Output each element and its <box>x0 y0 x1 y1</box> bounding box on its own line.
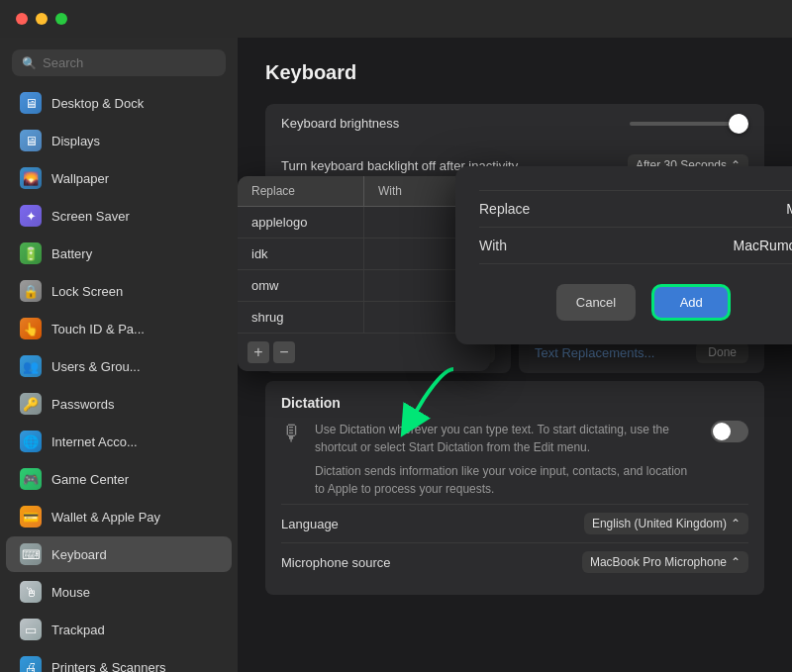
search-input[interactable] <box>43 55 216 70</box>
dictation-description: Use Dictation wherever you can type text… <box>315 421 699 456</box>
tr-replace-1: idk <box>238 239 363 269</box>
internet-icon: 🌐 <box>20 431 42 452</box>
sidebar-label-lock-screen: Lock Screen <box>51 284 123 299</box>
add-replacement-dialog: Replace MR With Cancel Add <box>455 166 792 344</box>
keyboard-brightness-row: Keyboard brightness <box>265 104 764 143</box>
tr-row-1[interactable]: idk <box>238 239 490 270</box>
tr-col-replace: Replace <box>238 176 363 206</box>
mic-icon: 🎙 <box>281 421 303 446</box>
sidebar-label-desktop-dock: Desktop & Dock <box>51 96 144 111</box>
printers-icon: 🖨 <box>20 656 42 672</box>
tr-panel-footer: + − <box>238 334 490 371</box>
sidebar-label-battery: Battery <box>51 246 92 261</box>
tr-add-button[interactable]: + <box>248 341 269 363</box>
mic-source-label: Microphone source <box>281 555 391 570</box>
desktop-dock-icon: 🖥 <box>20 92 42 114</box>
sidebar-item-lock-screen[interactable]: 🔒 Lock Screen <box>6 273 232 309</box>
dialog-replace-label: Replace <box>479 201 530 217</box>
dialog-with-label: With <box>479 238 507 253</box>
mic-source-value: MacBook Pro Microphone <box>590 555 727 569</box>
dictation-section: Dictation 🎙 Use Dictation wherever you c… <box>265 381 764 595</box>
sidebar-label-wallpaper: Wallpaper <box>51 171 109 186</box>
keyboard-icon: ⌨ <box>20 543 42 565</box>
lock-screen-icon: 🔒 <box>20 280 42 302</box>
text-replacements-link[interactable]: Text Replacements... <box>535 345 654 360</box>
tr-row-2[interactable]: omw <box>238 270 490 302</box>
tr-row-0[interactable]: applelogo <box>238 207 490 239</box>
sidebar-item-keyboard[interactable]: ⌨ Keyboard <box>6 536 232 572</box>
dictation-title: Dictation <box>281 395 748 411</box>
keyboard-brightness-label: Keyboard brightness <box>281 116 399 131</box>
sidebar-item-users[interactable]: 👥 Users & Grou... <box>6 348 232 384</box>
mic-source-dropdown[interactable]: MacBook Pro Microphone ⌃ <box>582 551 748 573</box>
maximize-button[interactable] <box>55 13 67 25</box>
chevron-down-icon4: ⌃ <box>731 555 741 569</box>
screen-saver-icon: ✦ <box>20 205 42 227</box>
dialog-buttons: Cancel Add <box>479 284 792 321</box>
sidebar-item-touch-id[interactable]: 👆 Touch ID & Pa... <box>6 311 232 346</box>
sidebar-label-game-center: Game Center <box>51 472 129 487</box>
sidebar-label-mouse: Mouse <box>51 585 90 600</box>
language-dropdown[interactable]: English (United Kingdom) ⌃ <box>584 513 748 534</box>
sidebar-item-passwords[interactable]: 🔑 Passwords <box>6 386 232 422</box>
wallpaper-icon: 🌄 <box>20 167 42 189</box>
brightness-slider[interactable] <box>630 122 748 126</box>
language-value: English (United Kingdom) <box>592 517 727 530</box>
tr-replace-3: shrug <box>238 302 363 333</box>
page-title: Keyboard <box>265 61 764 84</box>
traffic-lights <box>16 13 67 25</box>
language-setting-label: Language <box>281 517 339 531</box>
minimize-button[interactable] <box>36 13 48 25</box>
sidebar: 🔍 🖥 Desktop & Dock 🖥 Displays 🌄 Wallpape… <box>0 38 238 672</box>
dialog-replace-value: MR <box>786 201 792 217</box>
sidebar-label-trackpad: Trackpad <box>51 623 105 637</box>
sidebar-label-displays: Displays <box>51 134 100 148</box>
sidebar-item-screen-saver[interactable]: ✦ Screen Saver <box>6 198 232 234</box>
users-icon: 👥 <box>20 355 42 377</box>
dictation-subtext: Dictation sends information like your vo… <box>315 462 699 498</box>
tr-remove-button[interactable]: − <box>273 341 295 363</box>
sidebar-item-mouse[interactable]: 🖱 Mouse <box>6 574 232 610</box>
battery-icon: 🔋 <box>20 242 42 264</box>
chevron-down-icon3: ⌃ <box>731 517 741 530</box>
main-layout: 🔍 🖥 Desktop & Dock 🖥 Displays 🌄 Wallpape… <box>0 38 792 672</box>
search-icon: 🔍 <box>22 56 37 70</box>
sidebar-item-trackpad[interactable]: ▭ Trackpad <box>6 612 232 647</box>
cancel-button[interactable]: Cancel <box>556 284 636 321</box>
sidebar-item-battery[interactable]: 🔋 Battery <box>6 236 232 271</box>
dictation-toggle[interactable] <box>711 421 748 442</box>
dialog-replace-field: Replace MR <box>479 190 792 228</box>
done-button[interactable]: Done <box>696 341 748 363</box>
sidebar-label-screen-saver: Screen Saver <box>51 209 130 224</box>
dialog-with-input[interactable] <box>635 238 792 253</box>
brightness-slider-area[interactable] <box>630 122 748 126</box>
sidebar-item-internet[interactable]: 🌐 Internet Acco... <box>6 424 232 459</box>
tr-row-3[interactable]: shrug <box>238 302 490 334</box>
sidebar-item-displays[interactable]: 🖥 Displays <box>6 123 232 158</box>
mic-source-row: Microphone source MacBook Pro Microphone… <box>281 542 748 581</box>
sidebar-item-printers[interactable]: 🖨 Printers & Scanners <box>6 649 232 672</box>
touch-id-icon: 👆 <box>20 318 42 339</box>
sidebar-label-internet: Internet Acco... <box>51 434 138 449</box>
add-button[interactable]: Add <box>651 284 731 321</box>
sidebar-item-wallpaper[interactable]: 🌄 Wallpaper <box>6 160 232 196</box>
slider-thumb[interactable] <box>729 114 748 134</box>
sidebar-label-passwords: Passwords <box>51 397 115 412</box>
sidebar-item-desktop-dock[interactable]: 🖥 Desktop & Dock <box>6 85 232 121</box>
text-replacement-panel: Replace With applelogo idk omw shrug + <box>238 176 490 371</box>
search-box[interactable]: 🔍 <box>12 49 226 76</box>
passwords-icon: 🔑 <box>20 393 42 415</box>
displays-icon: 🖥 <box>20 130 42 151</box>
wallet-icon: 💳 <box>20 506 42 528</box>
sidebar-item-game-center[interactable]: 🎮 Game Center <box>6 461 232 497</box>
content-area: Keyboard Keyboard brightness Turn keyboa… <box>238 38 792 672</box>
trackpad-icon: ▭ <box>20 619 42 640</box>
mouse-icon: 🖱 <box>20 581 42 603</box>
sidebar-item-wallet[interactable]: 💳 Wallet & Apple Pay <box>6 499 232 534</box>
dialog-with-field[interactable]: With <box>479 228 792 264</box>
tr-replace-2: omw <box>238 270 363 301</box>
close-button[interactable] <box>16 13 28 25</box>
sidebar-label-touch-id: Touch ID & Pa... <box>51 322 145 336</box>
tr-panel-header: Replace With <box>238 176 490 207</box>
sidebar-label-users: Users & Grou... <box>51 359 141 374</box>
